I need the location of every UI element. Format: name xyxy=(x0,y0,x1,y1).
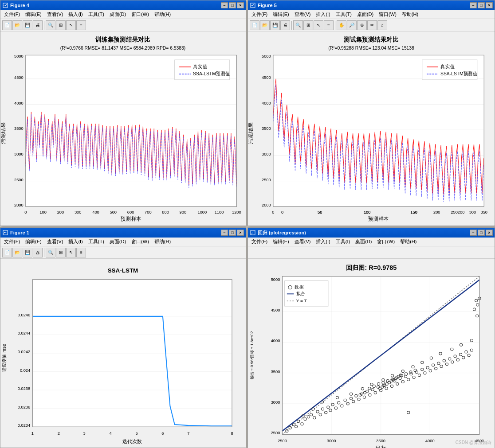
tb-zoom[interactable]: 🔍 xyxy=(46,20,55,30)
svg-text:5000: 5000 xyxy=(262,54,271,58)
tb1-new[interactable]: 📄 xyxy=(2,248,12,257)
pr-menu-edit[interactable]: 编辑(E) xyxy=(270,238,292,246)
tb5-zoom2[interactable]: 🔎 xyxy=(347,20,357,30)
tb1-extra[interactable]: ≡ xyxy=(76,248,86,257)
tb-save[interactable]: 💾 xyxy=(23,20,32,30)
plotregression-controls[interactable]: − □ × xyxy=(470,230,493,236)
tb1-print[interactable]: 🖨 xyxy=(33,248,43,257)
figure1-menu-edit[interactable]: 编辑(E) xyxy=(23,238,44,246)
svg-text:1: 1 xyxy=(31,431,34,436)
figure5-minimize[interactable]: − xyxy=(470,2,477,8)
figure5-menu-tools[interactable]: 工具(T) xyxy=(333,10,354,19)
tb5-open[interactable]: 📂 xyxy=(260,20,270,30)
tb1-cursor[interactable]: ↖ xyxy=(66,248,76,257)
svg-text:2500: 2500 xyxy=(278,439,287,443)
figure5-menu-insert[interactable]: 插入(I) xyxy=(313,10,333,19)
figure4-menu-window[interactable]: 窗口(W) xyxy=(129,10,152,19)
tb5-extra[interactable]: ≡ xyxy=(324,20,334,30)
figure4-menu-edit[interactable]: 编辑(E) xyxy=(23,10,44,19)
tb-extra[interactable]: ≡ xyxy=(76,20,86,30)
svg-text:200: 200 xyxy=(458,210,464,214)
figure1-plot: SSA-LSTM 0.0234 0.0236 0.0238 0.024 0.02… xyxy=(0,259,246,448)
figure4-icon xyxy=(2,2,8,8)
tb5-zoom[interactable]: 🔍 xyxy=(293,20,303,30)
figure5-menu-edit[interactable]: 编辑(E) xyxy=(270,10,292,19)
figure1-menu-file[interactable]: 文件(F) xyxy=(1,238,23,246)
svg-text:4000: 4000 xyxy=(425,439,435,443)
figure1-controls[interactable]: − □ × xyxy=(221,230,244,236)
pr-menu-file[interactable]: 文件(F) xyxy=(249,238,270,246)
svg-text:3500: 3500 xyxy=(262,126,271,131)
plotregression-close[interactable]: × xyxy=(486,230,493,236)
figure1-minimize[interactable]: − xyxy=(221,230,228,236)
figure4-menu-help[interactable]: 帮助(H) xyxy=(152,10,173,19)
figure4-plot: 训练集预测结果对比 (R²=0.9766 RMSE= 81.1437 MSE= … xyxy=(0,31,246,226)
figure1-menu-help[interactable]: 帮助(H) xyxy=(152,238,173,246)
figure5-close[interactable]: × xyxy=(486,2,493,8)
figure5-menu-file[interactable]: 文件(F) xyxy=(249,10,270,19)
tb5-save[interactable]: 💾 xyxy=(270,20,280,30)
tb5-grid[interactable]: ⊞ xyxy=(303,20,313,30)
figure4-menu-insert[interactable]: 插入(I) xyxy=(66,10,85,19)
figure5-title: Figure 5 xyxy=(258,3,470,8)
figure4-controls[interactable]: − □ × xyxy=(221,2,244,8)
figure5-maximize[interactable]: □ xyxy=(478,2,485,8)
plotregression-icon xyxy=(250,230,256,236)
figure1-maximize[interactable]: □ xyxy=(229,230,236,236)
figure1-close[interactable]: × xyxy=(237,230,244,236)
tb5-print[interactable]: 🖨 xyxy=(280,20,290,30)
pr-menu-help[interactable]: 帮助(H) xyxy=(397,238,419,246)
tb1-save[interactable]: 💾 xyxy=(23,248,32,257)
svg-text:4000: 4000 xyxy=(14,100,24,105)
figure4-menu-view[interactable]: 查看(V) xyxy=(44,10,66,19)
figure4-menu-desktop[interactable]: 桌面(D) xyxy=(107,10,129,19)
figure4-menu-file[interactable]: 文件(F) xyxy=(1,10,23,19)
svg-text:训练集预测结果对比: 训练集预测结果对比 xyxy=(95,36,150,43)
pr-menu-view[interactable]: 查看(V) xyxy=(292,238,314,246)
figure1-title: Figure 1 xyxy=(10,230,221,235)
figure1-menu-insert[interactable]: 插入(I) xyxy=(66,238,85,246)
figure5-menu-help[interactable]: 帮助(H) xyxy=(399,10,421,19)
svg-text:迭代次数: 迭代次数 xyxy=(122,439,142,444)
tb-grid[interactable]: ⊞ xyxy=(56,20,66,30)
pr-menu-desktop[interactable]: 桌面(D) xyxy=(353,238,374,246)
svg-text:800: 800 xyxy=(162,210,169,214)
pr-menu-tools[interactable]: 工具(I) xyxy=(333,238,353,246)
figure1-menu-window[interactable]: 窗口(W) xyxy=(129,238,152,246)
figure5-menu-view[interactable]: 查看(V) xyxy=(292,10,314,19)
figure1-menu-view[interactable]: 查看(V) xyxy=(44,238,66,246)
figure4-titlebar[interactable]: Figure 4 − □ × xyxy=(0,0,246,10)
figure1-titlebar[interactable]: Figure 1 − □ × xyxy=(0,228,246,238)
tb5-pan[interactable]: ✋ xyxy=(337,20,346,30)
tb5-cursor[interactable]: ↖ xyxy=(314,20,323,30)
figure4-close[interactable]: × xyxy=(237,2,244,8)
tb1-grid[interactable]: ⊞ xyxy=(56,248,66,257)
tb5-data[interactable]: ⊕ xyxy=(357,20,367,30)
tb-cursor[interactable]: ↖ xyxy=(66,20,76,30)
plotregression-minimize[interactable]: − xyxy=(470,230,477,236)
plotregression-titlebar[interactable]: 回归 (plotregression) − □ × xyxy=(248,228,495,238)
tb1-open[interactable]: 📂 xyxy=(12,248,22,257)
tb5-anno[interactable]: ✏ xyxy=(367,20,377,30)
figure4-maximize[interactable]: □ xyxy=(229,2,236,8)
plotregression-maximize[interactable]: □ xyxy=(478,230,485,236)
figure1-menu-tools[interactable]: 工具(T) xyxy=(86,238,107,246)
svg-text:真实值: 真实值 xyxy=(440,64,455,69)
tb5-home[interactable]: ⌂ xyxy=(377,20,387,30)
figure5-menu-window[interactable]: 窗口(W) xyxy=(376,10,399,19)
tb1-zoom[interactable]: 🔍 xyxy=(46,248,55,257)
figure5-titlebar[interactable]: Figure 5 − □ × xyxy=(248,0,495,10)
svg-text:1000: 1000 xyxy=(197,210,207,214)
tb-open[interactable]: 📂 xyxy=(12,20,22,30)
svg-text:350: 350 xyxy=(480,210,487,214)
figure1-menu-desktop[interactable]: 桌面(D) xyxy=(107,238,129,246)
pr-menu-insert[interactable]: 插入(I) xyxy=(313,238,333,246)
tb-print[interactable]: 🖨 xyxy=(33,20,43,30)
figure5-controls[interactable]: − □ × xyxy=(470,2,493,8)
tb5-new[interactable]: 📄 xyxy=(250,20,259,30)
tb-new[interactable]: 📄 xyxy=(2,20,12,30)
figure4-minimize[interactable]: − xyxy=(221,2,228,8)
pr-menu-window[interactable]: 窗口(W) xyxy=(374,238,397,246)
figure4-menu-tools[interactable]: 工具(T) xyxy=(86,10,107,19)
figure5-menu-desktop[interactable]: 桌面(D) xyxy=(354,10,376,19)
